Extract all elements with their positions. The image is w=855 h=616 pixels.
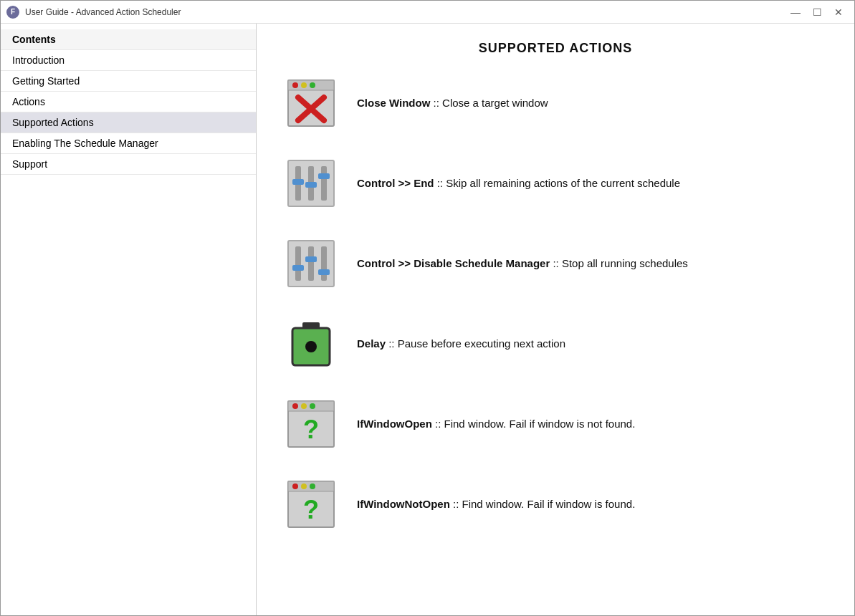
window-title: User Guide - Advanced Action Scheduler xyxy=(25,7,785,17)
action-text-close-window: Close Window :: Close a target window xyxy=(357,95,548,112)
svg-point-27 xyxy=(301,403,307,409)
content-scroll[interactable]: SUPPORTED ACTIONS xyxy=(257,24,854,615)
action-item-delay: Delay :: Pause before executing next act… xyxy=(285,318,826,370)
control-end-icon xyxy=(285,158,337,209)
sidebar-item-getting-started[interactable]: Getting Started xyxy=(1,71,256,92)
main-content: Contents Introduction Getting Started Ac… xyxy=(1,24,854,615)
sidebar-heading: Contents xyxy=(1,29,256,50)
sidebar: Contents Introduction Getting Started Ac… xyxy=(1,24,257,615)
delay-icon xyxy=(285,318,337,370)
app-icon: F xyxy=(6,6,19,19)
svg-rect-13 xyxy=(318,173,330,179)
title-bar: F User Guide - Advanced Action Scheduler… xyxy=(1,1,854,24)
svg-point-28 xyxy=(310,403,315,409)
svg-rect-12 xyxy=(321,166,327,201)
app-window: F User Guide - Advanced Action Scheduler… xyxy=(0,0,855,616)
svg-point-4 xyxy=(310,82,315,88)
ifwindowopen-icon: ? xyxy=(285,398,337,450)
svg-text:?: ? xyxy=(303,495,319,524)
sidebar-item-introduction[interactable]: Introduction xyxy=(1,50,256,71)
action-text-control-disable: Control >> Disable Schedule Manager :: S… xyxy=(357,256,688,272)
control-disable-icon xyxy=(285,238,337,289)
action-item-ifwindownotopen: ? IfWindowNotOpen :: Find window. Fail i… xyxy=(285,478,826,530)
action-item-close-window: Close Window :: Close a target window xyxy=(285,77,826,129)
sidebar-item-enabling-schedule-manager[interactable]: Enabling The Schedule Manager xyxy=(1,133,256,154)
svg-text:?: ? xyxy=(303,415,319,444)
svg-point-2 xyxy=(292,82,298,88)
action-text-ifwindowopen: IfWindowOpen :: Find window. Fail if win… xyxy=(357,416,635,433)
action-text-control-end: Control >> End :: Skip all remaining act… xyxy=(357,175,680,192)
maximize-button[interactable]: ☐ xyxy=(807,4,827,20)
page-title: SUPPORTED ACTIONS xyxy=(285,41,826,56)
svg-point-34 xyxy=(310,483,315,489)
action-text-delay: Delay :: Pause before executing next act… xyxy=(357,336,565,352)
svg-point-33 xyxy=(301,483,307,489)
sidebar-item-actions[interactable]: Actions xyxy=(1,92,256,112)
svg-rect-9 xyxy=(292,179,304,185)
svg-point-23 xyxy=(305,341,317,352)
svg-rect-15 xyxy=(295,246,301,281)
minimize-button[interactable]: — xyxy=(785,4,806,20)
close-window-icon xyxy=(285,77,337,129)
content-area: SUPPORTED ACTIONS xyxy=(257,24,854,615)
ifwindownotopen-icon: ? xyxy=(285,478,337,530)
action-item-control-disable: Control >> Disable Schedule Manager :: S… xyxy=(285,238,826,289)
action-item-control-end: Control >> End :: Skip all remaining act… xyxy=(285,158,826,209)
sidebar-item-support[interactable]: Support xyxy=(1,154,256,175)
svg-rect-20 xyxy=(318,269,330,275)
svg-point-26 xyxy=(292,403,298,409)
svg-rect-17 xyxy=(308,246,314,281)
close-button[interactable]: ✕ xyxy=(828,4,849,20)
action-item-ifwindowopen: ? IfWindowOpen :: Find window. Fail if w… xyxy=(285,398,826,450)
svg-rect-11 xyxy=(305,182,317,188)
window-controls: — ☐ ✕ xyxy=(785,4,849,20)
svg-rect-19 xyxy=(321,246,327,281)
svg-point-32 xyxy=(292,483,298,489)
sidebar-item-supported-actions[interactable]: Supported Actions xyxy=(1,112,256,133)
svg-rect-18 xyxy=(305,256,317,262)
svg-point-3 xyxy=(301,82,307,88)
action-text-ifwindownotopen: IfWindowNotOpen :: Find window. Fail if … xyxy=(357,496,635,513)
svg-rect-16 xyxy=(292,265,304,271)
